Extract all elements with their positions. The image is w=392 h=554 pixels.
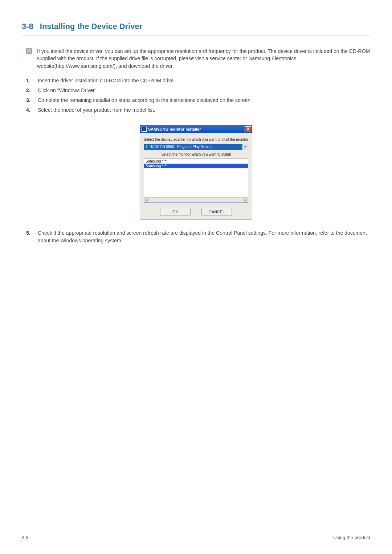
list-item[interactable]: Samsung **** <box>144 159 248 164</box>
step-num: 4. <box>26 106 33 114</box>
adapter-dropdown[interactable]: 1. RADEON 9550 : Plug and Play Monitor ▼ <box>144 144 248 150</box>
step-2: 2.Click on "Windows Driver". <box>26 87 370 94</box>
footer-section-number: 3-8 <box>22 535 29 540</box>
step-num: 3. <box>26 97 33 104</box>
steps-list: 1.Insert the driver installation CD-ROM … <box>26 77 370 114</box>
step-text: Complete the remaining installation step… <box>38 97 252 104</box>
step-3: 3.Complete the remaining installation st… <box>26 97 370 104</box>
list-item[interactable]: Samsung **** <box>144 164 248 168</box>
step-1: 1.Insert the driver installation CD-ROM … <box>26 77 370 85</box>
note-text: If you install the device driver, you ca… <box>37 48 370 70</box>
heading-title: Installing the Device Driver <box>40 22 142 31</box>
installer-dialog: □ SAMSUNG monitor installer ✕ Select the… <box>140 125 252 220</box>
step-num: 1. <box>26 77 33 85</box>
scroll-right-icon[interactable]: ► <box>243 198 248 202</box>
close-icon[interactable]: ✕ <box>245 126 251 132</box>
section-heading: 3-8Installing the Device Driver <box>22 22 370 36</box>
ok-button[interactable]: OK <box>160 208 191 216</box>
step-text: Click on "Windows Driver". <box>38 87 98 94</box>
step-4: 4.Select the model of your product from … <box>26 106 370 114</box>
step-num: 5. <box>26 229 33 245</box>
horizontal-scrollbar[interactable]: ◄ ► <box>144 197 248 202</box>
step-text: Insert the driver installation CD-ROM in… <box>38 77 175 85</box>
dialog-titlebar[interactable]: □ SAMSUNG monitor installer ✕ <box>140 125 252 133</box>
step-text: Check if the appropriate resolution and … <box>38 229 370 245</box>
cancel-button[interactable]: CANCEL <box>201 208 232 216</box>
step-text: Select the model of your product from th… <box>38 106 155 114</box>
monitor-listbox[interactable]: Samsung **** Samsung **** ◄ ► <box>144 159 248 203</box>
page-footer: 3-8 Using the product <box>22 531 370 540</box>
monitor-label: Select the monitor which you want to ins… <box>144 152 248 156</box>
heading-number: 3-8 <box>22 22 33 31</box>
step-5: 5.Check if the appropriate resolution an… <box>26 229 370 245</box>
step-num: 2. <box>26 87 33 94</box>
note-block: If you install the device driver, you ca… <box>26 48 370 70</box>
adapter-label: Select the display adapter on which you … <box>144 138 248 141</box>
app-icon: □ <box>142 127 147 132</box>
scroll-left-icon[interactable]: ◄ <box>144 198 149 202</box>
chevron-down-icon[interactable]: ▼ <box>242 144 248 150</box>
dialog-title: SAMSUNG monitor installer <box>148 127 201 131</box>
info-icon <box>26 48 32 54</box>
steps-list-continued: 5.Check if the appropriate resolution an… <box>26 229 370 245</box>
adapter-value: 1. RADEON 9550 : Plug and Play Monitor <box>144 144 242 150</box>
footer-chapter-name: Using the product <box>333 535 370 540</box>
